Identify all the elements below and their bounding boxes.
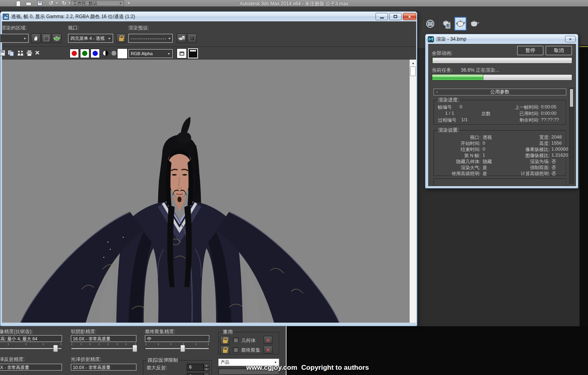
watermark-copyright: Copyright to authors bbox=[301, 364, 369, 372]
window-overlay-icon bbox=[179, 52, 184, 56]
image-precision-slider[interactable] bbox=[0, 343, 62, 353]
geometry-checkbox[interactable] bbox=[233, 338, 238, 343]
glossy-reflect-field[interactable]: 10.0X - 非常高质量 bbox=[0, 364, 62, 371]
fg-reuse-label: 最终聚集 bbox=[241, 347, 260, 354]
max-refract-value[interactable]: 6 bbox=[187, 373, 204, 375]
viewport-label: 视口: bbox=[68, 25, 79, 31]
clear-fg-button[interactable]: × bbox=[264, 346, 272, 354]
trace-bounce-group: 跟踪/反弹限制 最大反射: 6 ▲▼ 最大折射: 6 ▲▼ bbox=[143, 357, 212, 375]
auto-region-button[interactable] bbox=[41, 33, 51, 43]
glossy-refract-field[interactable]: 10.0X - 非常高质量 bbox=[71, 364, 136, 371]
render-frame-window-button[interactable] bbox=[441, 17, 453, 31]
color-swatch[interactable] bbox=[117, 48, 128, 59]
scroll-up-icon[interactable]: ▲ bbox=[410, 60, 416, 66]
soft-shadow-label: 软阴影精度: bbox=[71, 328, 96, 335]
alpha-channel-icon bbox=[111, 51, 116, 56]
channel-display-value: RGB Alpha bbox=[131, 51, 153, 56]
mono-channel-button[interactable] bbox=[103, 50, 108, 56]
fg-precision-slider[interactable] bbox=[145, 343, 209, 353]
teapot-icon bbox=[455, 19, 466, 29]
render-setup-button[interactable] bbox=[177, 33, 186, 43]
clear-geometry-button[interactable]: × bbox=[264, 336, 272, 344]
close-icon: × bbox=[569, 37, 571, 41]
mental-ray-panel: 图像精度(抗锯齿): 非常高: 最小 4, 最大 64 光泽反射精度: 10.0… bbox=[0, 326, 287, 375]
fg-precision-field[interactable]: 中 bbox=[145, 335, 209, 342]
trace-bounce-title: 跟踪/反弹限制 bbox=[146, 357, 179, 364]
pause-button[interactable]: 暂停 bbox=[517, 46, 543, 55]
viewport-edge-line bbox=[580, 46, 588, 47]
max-refract-spinner[interactable]: 6 ▲▼ bbox=[187, 373, 209, 375]
clear-button[interactable]: × bbox=[35, 48, 39, 57]
dialog-scrollbar-thumb[interactable] bbox=[570, 89, 573, 107]
dialog-titlebar[interactable]: 渲染 - 34.bmp × bbox=[425, 34, 578, 44]
rollout-title: 公用参数 bbox=[490, 89, 510, 95]
dialog-close-button[interactable]: × bbox=[565, 36, 576, 42]
render-frame-window: 透视, 帧 0, 显示 Gamma: 2.2, RGBA 颜色 16 位/通道 … bbox=[0, 11, 417, 326]
remaining-value: ??:??:?? bbox=[541, 117, 559, 122]
blue-channel-button[interactable] bbox=[91, 49, 100, 58]
rendered-frame-active-button[interactable] bbox=[454, 17, 466, 31]
render-setup-icon bbox=[425, 19, 436, 29]
lock-geometry-button[interactable] bbox=[220, 336, 230, 345]
common-params-rollout[interactable]: - 公用参数 bbox=[433, 89, 566, 95]
render-teapot-button[interactable] bbox=[52, 33, 62, 43]
save-image-button[interactable] bbox=[0, 50, 5, 56]
print-image-button[interactable] bbox=[26, 50, 33, 56]
close-button[interactable]: × bbox=[403, 13, 416, 20]
slider-thumb[interactable] bbox=[53, 345, 58, 352]
edit-region-button[interactable] bbox=[31, 33, 41, 43]
image-precision-field[interactable]: 非常高: 最小 4, 最大 64 bbox=[0, 335, 62, 342]
spin-down-icon[interactable]: ▼ bbox=[204, 367, 209, 371]
slider-thumb[interactable] bbox=[132, 345, 137, 352]
geometry-label: 几何体 bbox=[241, 337, 256, 344]
render-settings-group-title: 渲染设置: bbox=[437, 127, 460, 134]
clear-x-icon: × bbox=[266, 338, 270, 343]
green-teapot-icon bbox=[53, 35, 60, 41]
glossy-refract-label: 光泽折射精度: bbox=[71, 356, 101, 363]
slider-thumb[interactable] bbox=[180, 345, 185, 352]
red-channel-button[interactable] bbox=[70, 49, 79, 58]
viewport-value: 四元菜单 4 - 透视 bbox=[70, 35, 105, 41]
printer-icon bbox=[26, 50, 33, 56]
desktop: ↺ ▼ ↻ ▼ 工作区: 默认 ▼ ▼ Autodesk 3ds Max 201… bbox=[0, 0, 588, 375]
green-channel-button[interactable] bbox=[80, 49, 89, 58]
lock-icon bbox=[223, 340, 227, 343]
maximize-button[interactable] bbox=[389, 13, 402, 20]
screen-bar-icon bbox=[190, 50, 196, 52]
scrollbar-thumb[interactable] bbox=[410, 66, 416, 76]
max-reflect-value[interactable]: 6 bbox=[187, 364, 204, 371]
render-area-dropdown[interactable]: 视图 ▼ bbox=[0, 34, 29, 43]
spin-up-icon[interactable]: ▲ bbox=[204, 364, 209, 367]
max-reflect-spinner[interactable]: 6 ▲▼ bbox=[187, 364, 209, 371]
dialog-scrollbar[interactable] bbox=[569, 88, 574, 184]
clone-window-button[interactable] bbox=[17, 50, 24, 56]
copy-image-button[interactable] bbox=[8, 50, 14, 56]
render-setup-globe-button[interactable] bbox=[425, 17, 437, 31]
spin-up-icon[interactable]: ▲ bbox=[204, 373, 209, 375]
preset-dropdown[interactable]: ------------------- ▼ bbox=[128, 34, 173, 43]
rfw-titlebar[interactable]: 透视, 帧 0, 显示 Gamma: 2.2, RGBA 颜色 16 位/通道 … bbox=[0, 12, 417, 21]
canvas-scrollbar[interactable]: ▲ bbox=[409, 60, 416, 323]
viewport-dropdown[interactable]: 四元菜单 4 - 透视 ▼ bbox=[68, 34, 113, 43]
preset-value: ------------------- bbox=[131, 36, 167, 41]
alpha-channel-button[interactable] bbox=[111, 51, 116, 56]
clipped-group bbox=[433, 178, 566, 186]
soft-shadow-field[interactable]: 16.0X - 非常高质量 bbox=[71, 335, 136, 342]
toggle-ui-button[interactable] bbox=[188, 48, 198, 58]
chevron-down-icon: ▼ bbox=[167, 37, 171, 40]
teapot-icon bbox=[468, 19, 480, 29]
red-channel-icon bbox=[72, 51, 77, 56]
cancel-button[interactable]: 取消 bbox=[546, 46, 572, 55]
clone-people-icon bbox=[17, 50, 24, 56]
sphere-icon bbox=[190, 36, 195, 41]
channel-display-dropdown[interactable]: RGB Alpha ▼ bbox=[128, 49, 173, 58]
minimize-button[interactable] bbox=[375, 13, 388, 20]
lock-fg-button[interactable] bbox=[220, 346, 230, 354]
viewport-lock-button[interactable] bbox=[116, 33, 126, 43]
quick-render-button[interactable] bbox=[468, 17, 480, 31]
soft-shadow-slider[interactable] bbox=[71, 343, 136, 353]
toggle-ui-overlay-button[interactable] bbox=[177, 48, 187, 58]
fg-checkbox[interactable] bbox=[233, 347, 238, 352]
environment-button[interactable] bbox=[187, 33, 197, 43]
current-task-label: 当前任务: bbox=[432, 67, 452, 74]
